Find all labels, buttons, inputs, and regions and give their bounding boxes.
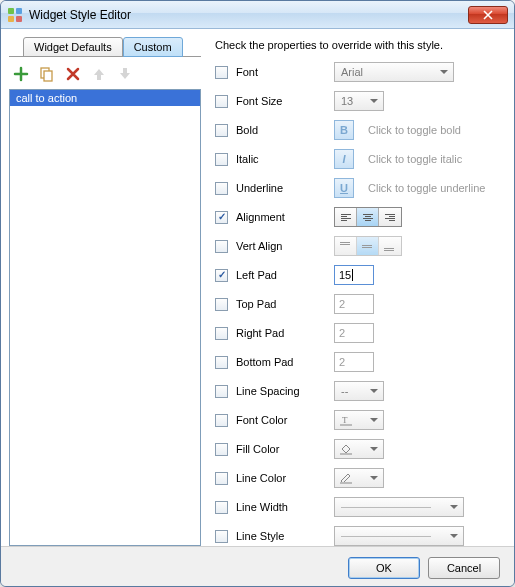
valign-middle-button[interactable] xyxy=(357,237,379,255)
hint-text: Check the properties to override with th… xyxy=(215,39,506,51)
arrow-up-icon xyxy=(91,66,107,82)
italic-hint: Click to toggle italic xyxy=(368,153,462,165)
line-width-select[interactable] xyxy=(334,497,464,517)
checkbox-font[interactable] xyxy=(215,66,228,79)
svg-rect-2 xyxy=(8,16,14,22)
underline-hint: Click to toggle underline xyxy=(368,182,485,194)
left-pad-input[interactable]: 15 xyxy=(334,265,374,285)
font-size-select[interactable]: 13 xyxy=(334,91,384,111)
checkbox-left-pad[interactable] xyxy=(215,269,228,282)
checkbox-bottom-pad[interactable] xyxy=(215,356,228,369)
svg-text:T: T xyxy=(342,415,348,425)
checkbox-italic[interactable] xyxy=(215,153,228,166)
checkbox-top-pad[interactable] xyxy=(215,298,228,311)
row-vert-align: Vert Align xyxy=(215,235,506,257)
underline-toggle[interactable]: U xyxy=(334,178,354,198)
move-down-button[interactable] xyxy=(117,66,133,82)
delete-style-button[interactable] xyxy=(65,66,81,82)
label-font-size: Font Size xyxy=(236,95,326,107)
checkbox-font-color[interactable] xyxy=(215,414,228,427)
row-top-pad: Top Pad 2 xyxy=(215,293,506,315)
svg-rect-8 xyxy=(340,453,352,455)
bottom-pad-input[interactable]: 2 xyxy=(334,352,374,372)
checkbox-line-color[interactable] xyxy=(215,472,228,485)
row-underline: Underline U Click to toggle underline xyxy=(215,177,506,199)
content-area: Widget Defaults Custom xyxy=(1,29,514,546)
row-line-style: Line Style xyxy=(215,525,506,547)
ok-button[interactable]: OK xyxy=(348,557,420,579)
font-select[interactable]: Arial xyxy=(334,62,454,82)
tab-custom[interactable]: Custom xyxy=(123,37,183,57)
add-style-button[interactable] xyxy=(13,66,29,82)
plus-icon xyxy=(13,66,29,82)
style-toolbar xyxy=(9,63,201,85)
tabstrip: Widget Defaults Custom xyxy=(9,35,201,57)
label-right-pad: Right Pad xyxy=(236,327,326,339)
row-alignment: Alignment xyxy=(215,206,506,228)
row-left-pad: Left Pad 15 xyxy=(215,264,506,286)
label-fill-color: Fill Color xyxy=(236,443,326,455)
checkbox-alignment[interactable] xyxy=(215,211,228,224)
row-italic: Italic I Click to toggle italic xyxy=(215,148,506,170)
line-style-preview xyxy=(341,536,431,537)
duplicate-style-button[interactable] xyxy=(39,66,55,82)
label-bottom-pad: Bottom Pad xyxy=(236,356,326,368)
label-font: Font xyxy=(236,66,326,78)
checkbox-right-pad[interactable] xyxy=(215,327,228,340)
tab-widget-defaults[interactable]: Widget Defaults xyxy=(23,37,123,57)
label-underline: Underline xyxy=(236,182,326,194)
checkbox-line-width[interactable] xyxy=(215,501,228,514)
cancel-button[interactable]: Cancel xyxy=(428,557,500,579)
label-vert-align: Vert Align xyxy=(236,240,326,252)
checkbox-line-spacing[interactable] xyxy=(215,385,228,398)
style-list[interactable]: call to action xyxy=(9,89,201,546)
alignment-group xyxy=(334,207,402,227)
list-item[interactable]: call to action xyxy=(10,90,200,106)
italic-toggle[interactable]: I xyxy=(334,149,354,169)
row-line-width: Line Width xyxy=(215,496,506,518)
line-width-preview xyxy=(341,507,431,508)
delete-icon xyxy=(65,66,81,82)
checkbox-fill-color[interactable] xyxy=(215,443,228,456)
svg-rect-3 xyxy=(16,16,22,22)
row-line-color: Line Color xyxy=(215,467,506,489)
bold-toggle[interactable]: B xyxy=(334,120,354,140)
dialog-footer: OK Cancel xyxy=(1,546,514,587)
line-spacing-select[interactable]: -- xyxy=(334,381,384,401)
line-color-picker[interactable] xyxy=(334,468,384,488)
valign-bottom-button[interactable] xyxy=(379,237,401,255)
font-color-picker[interactable]: T xyxy=(334,410,384,430)
checkbox-bold[interactable] xyxy=(215,124,228,137)
label-alignment: Alignment xyxy=(236,211,326,223)
move-up-button[interactable] xyxy=(91,66,107,82)
fill-color-picker[interactable] xyxy=(334,439,384,459)
row-font-color: Font Color T xyxy=(215,409,506,431)
close-button[interactable] xyxy=(468,6,508,24)
left-pad-value: 15 xyxy=(339,269,351,281)
top-pad-input[interactable]: 2 xyxy=(334,294,374,314)
align-right-button[interactable] xyxy=(379,208,401,226)
svg-rect-0 xyxy=(8,8,14,14)
pencil-icon xyxy=(339,472,353,484)
label-top-pad: Top Pad xyxy=(236,298,326,310)
checkbox-line-style[interactable] xyxy=(215,530,228,543)
right-pad-input[interactable]: 2 xyxy=(334,323,374,343)
close-icon xyxy=(483,10,493,20)
svg-rect-9 xyxy=(340,482,352,484)
svg-rect-5 xyxy=(44,71,52,81)
valign-top-button[interactable] xyxy=(335,237,357,255)
row-font-size: Font Size 13 xyxy=(215,90,506,112)
row-fill-color: Fill Color xyxy=(215,438,506,460)
row-bottom-pad: Bottom Pad 2 xyxy=(215,351,506,373)
line-style-select[interactable] xyxy=(334,526,464,546)
label-line-spacing: Line Spacing xyxy=(236,385,326,397)
checkbox-font-size[interactable] xyxy=(215,95,228,108)
checkbox-vert-align[interactable] xyxy=(215,240,228,253)
titlebar: Widget Style Editor xyxy=(1,1,514,29)
align-center-button[interactable] xyxy=(357,208,379,226)
text-caret xyxy=(352,269,353,281)
svg-rect-1 xyxy=(16,8,22,14)
align-left-button[interactable] xyxy=(335,208,357,226)
vert-align-group xyxy=(334,236,402,256)
checkbox-underline[interactable] xyxy=(215,182,228,195)
